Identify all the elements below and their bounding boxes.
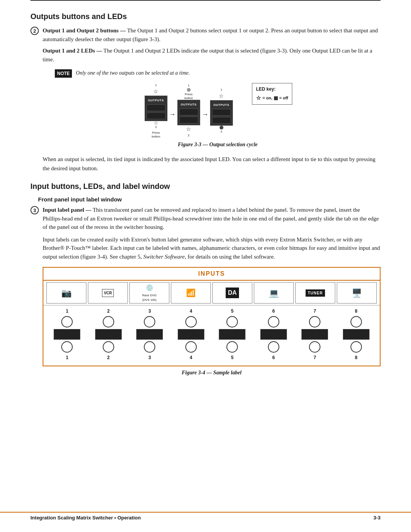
panel1-sun1: ☆: [153, 88, 158, 96]
panel3-bottom: 2: [220, 126, 223, 134]
panel3-box: OUTPUTS: [210, 100, 233, 126]
panel3-label: OUTPUTS: [213, 103, 229, 107]
inputs-num-row-top: 1 2 3 4 5 6 7 8: [46, 308, 377, 315]
panel2-dot-top: [187, 88, 191, 92]
input-btn-6[interactable]: [260, 329, 287, 340]
input-num-b1: 1: [52, 354, 82, 361]
input-label-1: 📷: [46, 282, 86, 304]
panel2-num2: 2: [188, 133, 190, 138]
rack-dvd-label: Rack DVD(DVS 100): [142, 293, 156, 302]
input-btn-8[interactable]: [343, 329, 370, 340]
input-circle-b1: [61, 341, 73, 353]
item-2-para1: Output 1 and Output 2 buttons — The Outp…: [43, 26, 381, 43]
panel2-btns: [179, 109, 198, 123]
input-num-t5: 5: [217, 308, 247, 315]
panel1-top: 1 ☆: [153, 83, 158, 96]
inputs-header: INPUTS: [43, 268, 380, 281]
input-circle-b7: [309, 341, 320, 353]
panel2-sun2: ☆: [186, 125, 191, 133]
panel2-label: OUTPUTS: [181, 102, 197, 107]
inputs-buttons-section: 1 2 3 4 5 6 7 8: [43, 305, 380, 366]
item-number-3: 3: [30, 206, 39, 214]
input-num-b7: 7: [299, 354, 330, 361]
note-badge: NOTE: [55, 69, 72, 78]
input-circle-t1: [61, 316, 73, 328]
item-number-2: 2: [30, 27, 39, 35]
input-btn-2[interactable]: [95, 329, 122, 340]
input-btn-5[interactable]: [219, 329, 245, 340]
input-circle-b4: [185, 341, 197, 353]
input-btn-4[interactable]: [178, 329, 204, 340]
panel1-box: OUTPUTS: [145, 96, 167, 121]
inputs-label-row: 📷 VCR 💿 Rack DVD(DVS 100): [43, 281, 380, 305]
panel1-btns: [147, 104, 166, 119]
input-num-b4: 4: [176, 354, 206, 361]
panel3-num2: 2: [221, 129, 222, 134]
input-btn-3[interactable]: [136, 329, 163, 340]
led-key-label: LED key:: [256, 86, 276, 93]
item-3-italic: Switcher Software: [143, 254, 185, 260]
section-inputs: Input buttons, LEDs, and label window Fr…: [30, 182, 381, 383]
input-circle-b6: [268, 341, 279, 353]
input-circle-t4: [185, 316, 197, 328]
panel1-num2: 2: [155, 125, 157, 129]
subsection-title-front-panel: Front panel input label window: [38, 196, 381, 203]
input-label-5: DA: [212, 282, 252, 304]
footer-right-text: 3-3: [373, 515, 381, 521]
arrow1-icon: →: [169, 109, 176, 120]
numbered-item-2: 2 Output 1 and Output 2 buttons — The Ou…: [30, 26, 381, 177]
input-circle-t7: [309, 316, 320, 328]
led-key-box: LED key: ☆ = on, = off: [252, 83, 293, 105]
panel3-btn2: [212, 117, 231, 124]
rack-dvd-icon: 💿: [146, 283, 153, 292]
input-label-2: VCR: [88, 282, 128, 304]
input-num-t2: 2: [93, 308, 124, 315]
led-key-off-text: = off: [279, 95, 288, 101]
arrow2-icon: →: [202, 109, 209, 120]
input-circle-t2: [103, 316, 114, 328]
panel3-num1: 1: [221, 88, 222, 92]
input-btn-1[interactable]: [54, 329, 80, 340]
input-num-t6: 6: [258, 308, 289, 315]
arrow2: →: [202, 109, 209, 120]
input-num-t3: 3: [134, 308, 165, 315]
panel2-top: 1 Pressbutton: [185, 83, 193, 100]
panel1-bottom: 2: [154, 121, 158, 129]
panel2-num1: 1: [188, 83, 190, 88]
page-container: Outputs buttons and LEDs 2 Output 1 and …: [0, 0, 411, 532]
figure-3-4-caption: Figure 3-4 — Sample label: [43, 369, 381, 377]
panel3-sun1: ☆: [219, 92, 224, 100]
section-title-outputs: Outputs buttons and LEDs: [30, 12, 381, 21]
input-circle-t8: [350, 316, 362, 328]
input-label-6: 💻: [254, 282, 294, 304]
input-circle-b2: [103, 341, 114, 353]
input-num-t7: 7: [299, 308, 330, 315]
item-3-para2: Input labels can be created easily with …: [43, 235, 381, 261]
arrow1: →: [169, 109, 176, 120]
camera-icon: 📷: [61, 287, 72, 299]
laptop-icon: 💻: [269, 287, 279, 299]
item-2-bold2: Output 1 and 2 LEDs —: [43, 48, 102, 54]
inputs-circle-row-bottom: [46, 341, 377, 353]
figure-3-3-container: 1 ☆ OUTPUTS: [55, 83, 381, 138]
inputs-num-row-bottom: 1 2 3 4 5 6 7 8: [46, 354, 377, 361]
section-title-inputs: Input buttons, LEDs, and label window: [30, 182, 381, 191]
input-label-8: 🖥️: [337, 282, 377, 304]
monitor-icon: 🖥️: [352, 287, 362, 299]
footer-bar: Integration Scaling Matrix Switcher • Op…: [0, 512, 411, 521]
input-btn-7[interactable]: [301, 329, 328, 340]
note-text: Only one of the two outputs can be selec…: [76, 69, 190, 77]
signal-icon: 📶: [186, 287, 196, 299]
panel1-btn1: [147, 104, 166, 111]
panel2-bottom: ☆ 2: [186, 125, 191, 138]
led-key-sun: ☆: [256, 94, 261, 102]
input-num-t4: 4: [176, 308, 206, 315]
panel1-press-label: Pressbutton: [152, 131, 160, 138]
output-cycle: 1 ☆ OUTPUTS: [143, 83, 234, 138]
led-key-dot: [274, 96, 278, 100]
section1-paragraph: When an output is selected, its tied inp…: [43, 155, 381, 173]
led-key-on-text: = on,: [263, 95, 272, 101]
input-circle-t5: [226, 316, 238, 328]
input-num-b5: 5: [217, 354, 247, 361]
note-block: NOTE Only one of the two outputs can be …: [55, 69, 381, 78]
